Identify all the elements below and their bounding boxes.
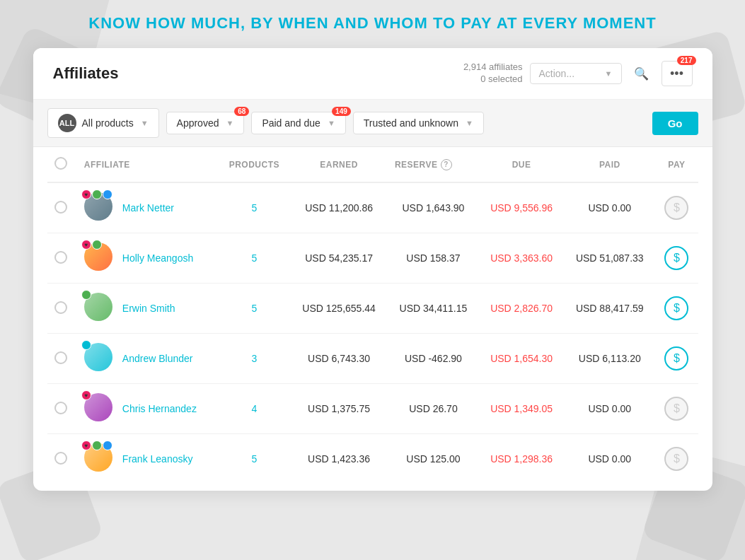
filter-trusted[interactable]: Trusted and unknown ▼: [353, 112, 484, 134]
filter-paid-due[interactable]: 149 Paid and due ▼: [251, 112, 345, 134]
due-amount: USD 1,654.30: [490, 353, 553, 364]
col-due: DUE: [479, 147, 564, 182]
due-cell: USD 1,349.05: [479, 384, 564, 434]
affiliate-badge-green-icon: [92, 441, 102, 450]
due-amount: USD 9,556.96: [490, 202, 553, 214]
badge-icons: ♥: [81, 441, 112, 450]
products-cell: 3: [218, 334, 290, 384]
products-count: 4: [251, 403, 257, 414]
table-row: ♥ Frank Leanosky 5 USD 1,423.36 USD 125.…: [47, 434, 698, 484]
row-checkbox-cell: [47, 182, 77, 233]
affiliate-cell: ♥ Mark Netter: [77, 182, 219, 233]
avatar-wrap: ♥: [84, 443, 115, 474]
row-checkbox-2[interactable]: [54, 301, 67, 314]
affiliate-cell: ♥ Holly Meangosh: [77, 233, 219, 284]
row-checkbox-5[interactable]: [54, 452, 67, 465]
badge-icons: [81, 340, 91, 350]
col-earned: EARNED: [290, 147, 388, 182]
paid-cell: USD 6,113.20: [564, 334, 655, 384]
select-all-checkbox[interactable]: [54, 157, 67, 170]
col-pay: PAY: [655, 147, 698, 182]
reserve-cell: USD 34,411.15: [388, 284, 479, 334]
products-count: 5: [251, 453, 257, 465]
selected-count-label: 0 selected: [463, 74, 523, 86]
card-header: Affiliates 2,914 affiliates 0 selected A…: [33, 48, 712, 100]
search-button[interactable]: 🔍: [629, 61, 654, 86]
due-amount: USD 3,363.60: [490, 252, 553, 264]
table-row: ♥ Holly Meangosh 5 USD 54,235.17 USD 158…: [47, 233, 698, 284]
affiliate-name[interactable]: Holly Meangosh: [122, 252, 193, 264]
pay-button-inactive: $: [664, 196, 688, 220]
affiliate-badge-heart-icon: ♥: [81, 189, 91, 199]
go-button[interactable]: Go: [652, 112, 698, 135]
paid-cell: USD 0.00: [564, 182, 655, 233]
col-reserve: RESERVE ?: [388, 147, 479, 182]
filter-paid-due-chevron: ▼: [328, 119, 335, 127]
badge-icons: ♥: [81, 390, 91, 400]
paid-due-badge: 149: [332, 107, 351, 116]
filter-trusted-chevron: ▼: [466, 119, 473, 127]
due-cell: USD 9,556.96: [479, 182, 564, 233]
avatar-wrap: ♥: [84, 243, 115, 274]
affiliate-name[interactable]: Frank Leanosky: [122, 453, 193, 465]
affiliate-cell: Andrew Blunder: [77, 334, 219, 384]
products-count: 5: [251, 303, 257, 314]
action-dropdown[interactable]: Action... ▼: [530, 63, 622, 84]
row-checkbox-cell: [47, 334, 77, 384]
filter-approved[interactable]: 68 Approved ▼: [166, 112, 245, 134]
earned-cell: USD 11,200.86: [290, 182, 388, 233]
filter-all-products-label: All products: [82, 117, 134, 129]
due-amount: USD 2,826.70: [490, 303, 553, 314]
more-button[interactable]: 217 •••: [662, 61, 693, 86]
action-chevron-icon: ▼: [605, 69, 613, 78]
affiliate-badge-green-icon: [92, 240, 102, 250]
earned-cell: USD 1,375.75: [290, 384, 388, 434]
badge-icons: ♥: [81, 189, 112, 199]
affiliates-count-label: 2,914 affiliates: [463, 62, 523, 74]
reserve-help-icon[interactable]: ?: [441, 159, 452, 170]
affiliate-name[interactable]: Erwin Smith: [122, 303, 175, 314]
affiliate-badge-heart-icon: ♥: [81, 441, 91, 450]
earned-cell: USD 54,235.17: [290, 233, 388, 284]
affiliate-name[interactable]: Chris Hernandez: [122, 403, 197, 414]
earned-cell: USD 1,423.36: [290, 434, 388, 484]
table-header-row: AFFILIATE PRODUCTS EARNED RESERVE ? DUE …: [47, 147, 698, 182]
header-right: 2,914 affiliates 0 selected Action... ▼ …: [463, 61, 693, 86]
row-checkbox-4[interactable]: [54, 402, 67, 414]
affiliate-badge-teal-icon: [81, 340, 91, 350]
products-cell: 4: [218, 384, 290, 434]
all-icon: ALL: [58, 114, 76, 132]
table-row: Erwin Smith 5 USD 125,655.44 USD 34,411.…: [47, 284, 698, 334]
earned-cell: USD 6,743.30: [290, 334, 388, 384]
row-checkbox-1[interactable]: [54, 251, 67, 264]
search-icon: 🔍: [634, 66, 649, 81]
card-title: Affiliates: [53, 64, 119, 83]
affiliate-name[interactable]: Andrew Blunder: [122, 353, 193, 364]
pay-button-active[interactable]: $: [664, 296, 688, 320]
pay-button-active[interactable]: $: [664, 346, 688, 371]
filter-approved-chevron: ▼: [226, 119, 233, 127]
avatar-wrap: [84, 293, 115, 324]
affiliate-badge-green-icon: [81, 290, 91, 300]
table-area: AFFILIATE PRODUCTS EARNED RESERVE ? DUE …: [33, 147, 712, 491]
page-wrapper: KNOW HOW MUCH, BY WHEN AND WHOM TO PAY A…: [0, 0, 745, 560]
reserve-cell: USD 1,643.90: [388, 182, 479, 233]
row-checkbox-3[interactable]: [54, 351, 67, 364]
due-cell: USD 2,826.70: [479, 284, 564, 334]
due-cell: USD 3,363.60: [479, 233, 564, 284]
row-checkbox-0[interactable]: [54, 201, 67, 214]
due-amount: USD 1,298.36: [490, 453, 553, 465]
filter-all-products[interactable]: ALL All products ▼: [47, 108, 159, 138]
earned-cell: USD 125,655.44: [290, 284, 388, 334]
paid-cell: USD 0.00: [564, 434, 655, 484]
affiliate-name[interactable]: Mark Netter: [122, 202, 174, 214]
affiliate-badge-heart-icon: ♥: [81, 240, 91, 250]
paid-cell: USD 0.00: [564, 384, 655, 434]
badge-icons: [81, 290, 91, 300]
col-products: PRODUCTS: [218, 147, 290, 182]
page-heading: KNOW HOW MUCH, BY WHEN AND WHOM TO PAY A…: [88, 14, 656, 33]
pay-button-active[interactable]: $: [664, 246, 688, 270]
affiliates-count: 2,914 affiliates 0 selected: [463, 62, 523, 86]
avatar-wrap: ♥: [84, 192, 115, 223]
filter-approved-label: Approved: [177, 117, 219, 129]
